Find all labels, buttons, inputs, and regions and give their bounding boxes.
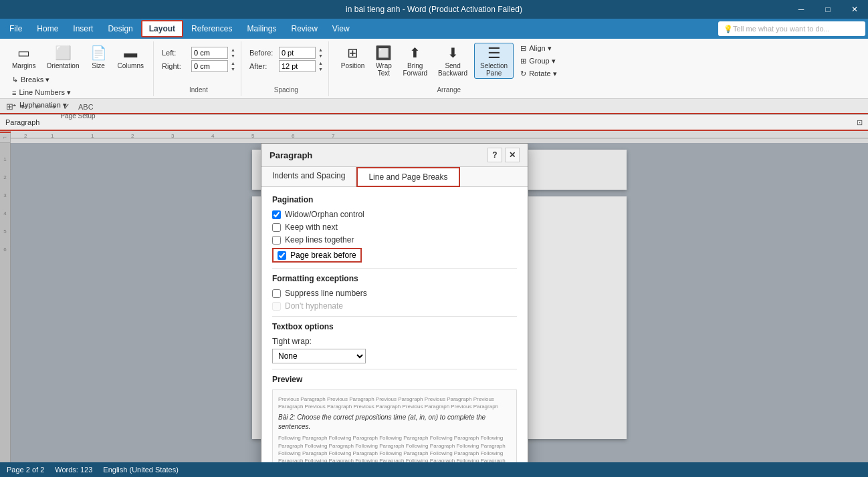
menu-bar: File Home Insert Design Layout Reference… <box>0 19 868 39</box>
svg-text:1: 1 <box>91 133 94 139</box>
formatting-exceptions-title: Formatting exceptions <box>272 274 517 283</box>
menu-home[interactable]: Home <box>30 21 65 36</box>
redo-button[interactable]: ↪ <box>47 102 58 112</box>
dont-hyphenate-row: Don't hyphenate <box>272 301 517 311</box>
spacing-before-spinner[interactable]: ▲ ▼ <box>318 47 323 59</box>
tell-me-bar[interactable]: 💡 Tell me what you want to do... <box>718 21 865 36</box>
indent-right-label: Right: <box>162 62 189 70</box>
pagination-title: Pagination <box>272 195 517 204</box>
send-backward-button[interactable]: ⬇ Send Backward <box>434 43 471 79</box>
dont-hyphenate-checkbox[interactable] <box>272 302 281 311</box>
paragraph-ribbon: Paragraph ⊡ <box>0 115 868 131</box>
ruler-wrapper: ⌐ 2 1 1 2 3 4 5 6 7 <box>0 131 868 143</box>
suppress-line-numbers-label: Suppress line numbers <box>285 289 367 298</box>
spacing-after-spinner[interactable]: ▲ ▼ <box>318 60 323 72</box>
svg-text:6: 6 <box>292 133 295 139</box>
svg-text:3: 3 <box>171 133 175 139</box>
group-button[interactable]: ⊞ Group ▾ <box>516 55 560 67</box>
indent-left-input[interactable] <box>191 47 228 59</box>
close-button[interactable]: ✕ <box>841 0 868 19</box>
ribbon: ▭ Margins ⬜ Orientation 📄 Size ▬ Columns… <box>0 39 868 99</box>
abc-label: ABC <box>78 103 94 111</box>
indent-group: Left: ▲ ▼ Right: ▲ ▼ Indent <box>159 41 241 96</box>
preview-following-lines: Following Paragraph Following Paragraph … <box>278 434 511 464</box>
arrange-group: ⊞ Position 🔲 Wrap Text ⬆ Bring Forward ⬇… <box>334 41 566 96</box>
align-button[interactable]: ⊟ Align ▾ <box>516 43 560 54</box>
language: English (United States) <box>103 466 179 474</box>
preview-main-text: Bài 2: Choose the correct prepositions t… <box>278 413 511 432</box>
title-bar: in bai tieng anh - Word (Product Activat… <box>0 0 868 19</box>
size-button[interactable]: 📄 Size <box>86 43 111 71</box>
svg-text:1: 1 <box>51 133 54 139</box>
paragraph-label: Paragraph <box>5 118 39 126</box>
tab-line-page-breaks[interactable]: Line and Page Breaks <box>356 167 459 187</box>
arrange-label: Arrange <box>437 86 461 94</box>
keep-lines-checkbox[interactable] <box>272 236 281 245</box>
dialog-help-button[interactable]: ? <box>487 148 502 162</box>
menu-review[interactable]: Review <box>284 21 324 36</box>
dialog-title: Paragraph <box>269 150 312 160</box>
dialog-overlay: Paragraph ? ✕ Indents and Spacing Line a… <box>0 143 868 477</box>
indent-left-spinner[interactable]: ▲ ▼ <box>231 47 235 59</box>
menu-mailings[interactable]: Mailings <box>240 21 283 36</box>
position-button[interactable]: ⊞ Position <box>337 43 369 71</box>
indent-right-input[interactable] <box>191 60 228 72</box>
bring-forward-button[interactable]: ⬆ Bring Forward <box>399 43 431 79</box>
preview-box: Previous Paragraph Previous Paragraph Pr… <box>272 389 517 470</box>
keep-with-next-checkbox[interactable] <box>272 223 281 232</box>
preview-title: Preview <box>272 375 517 384</box>
minimize-button[interactable]: ─ <box>788 0 815 19</box>
window-controls: ─ □ ✕ <box>788 0 868 19</box>
dialog-close-button[interactable]: ✕ <box>505 148 520 162</box>
margins-button[interactable]: ▭ Margins <box>8 43 40 71</box>
svg-text:5: 5 <box>251 133 255 139</box>
menu-references[interactable]: References <box>185 21 239 36</box>
menu-view[interactable]: View <box>326 21 356 36</box>
group-icon: ⊞ <box>520 57 526 65</box>
wrap-text-button[interactable]: 🔲 Wrap Text <box>371 43 396 79</box>
tight-wrap-select[interactable]: None <box>272 349 366 363</box>
ruler-horizontal: 2 1 1 2 3 4 5 6 7 <box>11 131 868 143</box>
menu-design[interactable]: Design <box>101 21 139 36</box>
paragraph-expand[interactable]: ⊡ <box>857 118 863 127</box>
page-info: Page 2 of 2 <box>7 466 44 474</box>
bring-forward-icon: ⬆ <box>409 45 421 61</box>
check-button[interactable]: ✓ <box>62 102 72 112</box>
widow-orphan-checkbox[interactable] <box>272 210 281 219</box>
tab-icon[interactable]: ⊞ <box>4 102 15 112</box>
divider-2 <box>272 316 517 317</box>
orientation-icon: ⬜ <box>55 45 72 61</box>
textbox-options-title: Textbox options <box>272 322 517 331</box>
align-icon: ⊟ <box>520 44 526 53</box>
menu-file[interactable]: File <box>3 21 29 36</box>
menu-layout[interactable]: Layout <box>141 20 183 37</box>
tell-me-text: Tell me what you want to do... <box>733 25 830 33</box>
position-icon: ⊞ <box>347 45 358 61</box>
maximize-button[interactable]: □ <box>815 0 841 19</box>
spacing-after-input[interactable] <box>279 60 316 72</box>
undo2-button[interactable]: ↩ <box>33 102 43 112</box>
ruler-corner: ⌐ <box>0 131 11 143</box>
keep-lines-together-row: Keep lines together <box>272 235 517 245</box>
page-setup-buttons: ▭ Margins ⬜ Orientation 📄 Size ▬ Columns <box>8 43 148 71</box>
size-icon: 📄 <box>90 45 107 61</box>
indent-right-spinner[interactable]: ▲ ▼ <box>231 60 235 72</box>
svg-text:2: 2 <box>131 133 134 139</box>
page-break-before-checkbox[interactable] <box>278 251 286 260</box>
svg-text:4: 4 <box>211 133 215 139</box>
indent-label: Indent <box>189 86 208 94</box>
rotate-button[interactable]: ↻ Rotate ▾ <box>516 68 560 80</box>
tab-indents-spacing[interactable]: Indents and Spacing <box>261 167 356 186</box>
keep-with-next-label: Keep with next <box>285 222 338 232</box>
orientation-button[interactable]: ⬜ Orientation <box>43 43 84 71</box>
widow-orphan-label: Widow/Orphan control <box>285 210 364 219</box>
line-numbers-button[interactable]: ≡ Line Numbers ▾ <box>8 87 75 98</box>
undo-button[interactable]: ↩ <box>19 102 29 112</box>
breaks-button[interactable]: ↳ Breaks ▾ <box>8 74 75 86</box>
dialog-tabs: Indents and Spacing Line and Page Breaks <box>261 167 528 187</box>
spacing-before-input[interactable] <box>279 47 316 59</box>
suppress-line-numbers-checkbox[interactable] <box>272 289 281 298</box>
selection-pane-button[interactable]: ☰ Selection Pane <box>474 43 514 79</box>
columns-button[interactable]: ▬ Columns <box>114 43 148 71</box>
menu-insert[interactable]: Insert <box>66 21 100 36</box>
